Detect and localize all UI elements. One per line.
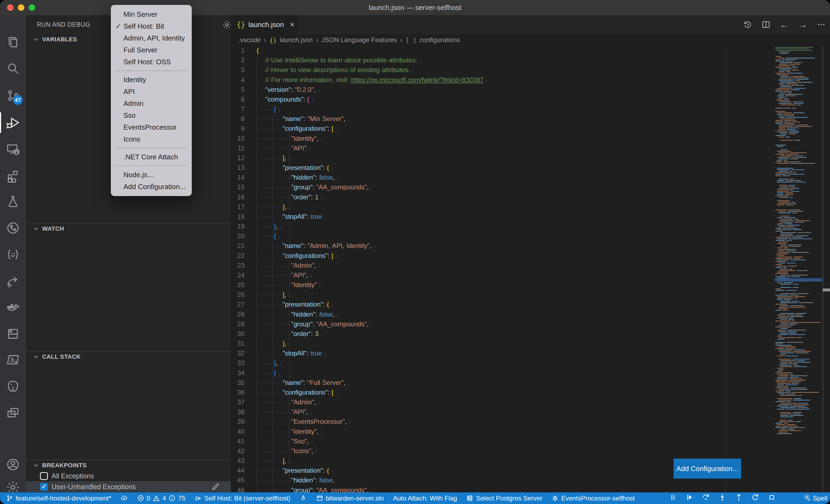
menu-item[interactable]: Admin	[111, 98, 192, 109]
code-line[interactable]: 36············"configurations":·[↓	[231, 388, 830, 398]
debug-settings-gear-icon[interactable]	[222, 20, 232, 30]
code-line[interactable]: 34········{↓	[231, 368, 830, 378]
activity-item-extensions-icon[interactable]	[0, 164, 26, 188]
checkbox-checked[interactable]: ✓	[40, 483, 48, 491]
breadcrumb-item[interactable]: .vscode	[238, 36, 261, 44]
code-line[interactable]: 16················"order":·1↓	[231, 192, 830, 202]
code-line[interactable]: 37················"Admin",↓	[231, 397, 830, 407]
menu-item[interactable]: Sso	[111, 109, 192, 121]
activity-item-panels-icon[interactable]	[0, 401, 26, 425]
code-line[interactable]: 18············"stopAll":·true↓	[231, 212, 830, 222]
call-stack-section-header[interactable]: CALL STACK	[26, 351, 231, 362]
menu-item[interactable]: API	[111, 86, 192, 98]
watch-section-header[interactable]: WATCH	[26, 223, 231, 234]
code-line[interactable]: 17············},↓	[231, 202, 830, 212]
code-line[interactable]: 38················"API",↓	[231, 407, 830, 417]
debug-control-step-out-icon[interactable]	[735, 493, 743, 503]
code-line[interactable]: 12············],↓	[231, 153, 830, 163]
navigate-forward-icon[interactable]: →	[798, 20, 808, 30]
code-line[interactable]: 39················"EventsProcessor",↓	[231, 417, 830, 427]
status-item-postgres-picker[interactable]: Select Postgres Server	[466, 495, 542, 502]
minimap[interactable]	[775, 46, 823, 448]
code-line[interactable]: 19········},↓	[231, 222, 830, 232]
breadcrumb-item[interactable]: JSON Language Features	[321, 36, 397, 44]
status-item-solution-picker[interactable]: bitwarden-server.sln	[316, 495, 384, 502]
activity-item-git-graph-icon[interactable]	[0, 216, 26, 240]
activity-item-remote-icon[interactable]	[0, 137, 26, 161]
code-line[interactable]: 8············"name":·"Min·Server",↓	[231, 114, 830, 124]
menu-item[interactable]: Self Host: OSS	[111, 56, 192, 68]
code-line[interactable]: 31············},↓	[231, 339, 830, 349]
code-line[interactable]: 10················"Identity",↓	[231, 134, 830, 144]
tab-launch-json[interactable]: {} launch.json ×	[231, 15, 298, 34]
editor-more-actions-icon[interactable]	[816, 20, 826, 30]
code-line[interactable]: 21············"name":·"Admin,·API,·Ident…	[231, 241, 830, 251]
code-line[interactable]: 30················"order":·3↓	[231, 329, 830, 339]
menu-item[interactable]: Add Configuration...	[111, 181, 192, 193]
activity-item-docker-icon[interactable]	[0, 296, 26, 319]
status-item-flame-status[interactable]	[300, 495, 307, 502]
menu-item[interactable]: .NET Core Attach	[111, 151, 192, 163]
code-line[interactable]: 25················"Identity"↓	[231, 280, 830, 290]
breakpoint-row[interactable]: All Exceptions	[26, 471, 231, 481]
checkbox-unchecked[interactable]	[40, 472, 48, 480]
code-line[interactable]: 2····//·Use·IntelliSense·to·learn·about·…	[231, 55, 830, 65]
breakpoint-row[interactable]: ✓User-Unhandled Exceptions	[26, 481, 231, 492]
status-item-problems[interactable]: 0475	[137, 495, 185, 502]
menu-item[interactable]: Min Server	[111, 8, 192, 20]
breakpoints-section-header[interactable]: BREAKPOINTS	[26, 460, 231, 471]
debug-control-continue-icon[interactable]	[685, 493, 694, 503]
menu-item[interactable]: EventsProcessor	[111, 121, 192, 133]
code-line[interactable]: 46················"group":·"AA_compounds…	[231, 485, 830, 493]
code-line[interactable]: 23················"Admin",↓	[231, 261, 830, 271]
spell-checker-status[interactable]: Spell	[803, 494, 827, 503]
code-line[interactable]: 33········},↓	[231, 358, 830, 368]
code-line[interactable]: 6····"compounds":·[↓	[231, 95, 830, 104]
close-tab-icon[interactable]: ×	[290, 20, 295, 29]
code-line[interactable]: 13············"presentation":·{↓	[231, 163, 830, 173]
debug-control-stop-icon[interactable]	[768, 493, 776, 503]
breadcrumb-item[interactable]: launch.json	[280, 36, 313, 44]
activity-item-live-share-icon[interactable]	[0, 269, 26, 293]
status-item-branch-status[interactable]: feature/self-hosted-development*	[6, 495, 111, 502]
debug-control-pause-icon[interactable]	[669, 493, 677, 503]
activity-item-source-control-icon[interactable]: 47	[0, 84, 26, 107]
status-item-active-debug-config[interactable]: Self Host: Bit (server-selfhost)	[195, 495, 290, 502]
code-line[interactable]: 41················"Sso",↓	[231, 436, 830, 446]
debug-control-step-into-icon[interactable]	[718, 493, 727, 503]
menu-item[interactable]: Identity	[111, 74, 192, 86]
code-editor[interactable]: 1{↓2····//·Use·IntelliSense·to·learn·abo…	[231, 46, 830, 493]
menu-item[interactable]: Admin, API, Identity	[111, 32, 192, 44]
activity-item-debug-icon[interactable]	[0, 111, 26, 135]
code-line[interactable]: 35············"name":·"Full·Server",↓	[231, 378, 830, 388]
add-configuration-button[interactable]: Add Configuration...	[674, 459, 741, 479]
code-line[interactable]: 40················"Identity",↓	[231, 427, 830, 437]
menu-item[interactable]: Icons	[111, 133, 192, 145]
code-line[interactable]: 11················"API"↓	[231, 143, 830, 154]
code-line[interactable]: 4····//·For·more·information,·visit:·htt…	[231, 75, 830, 85]
menu-item[interactable]: Full Server	[111, 44, 192, 56]
code-line[interactable]: 7········{↓	[231, 104, 830, 114]
activity-item-powershell-icon[interactable]	[0, 348, 26, 372]
breadcrumb[interactable]: .vscode›{}launch.json›JSON Language Feat…	[231, 34, 830, 46]
navigate-back-icon[interactable]: ←	[779, 20, 790, 30]
code-line[interactable]: 15················"group":·"AA_compounds…	[231, 182, 830, 192]
activity-item-search-icon[interactable]	[0, 57, 26, 80]
code-line[interactable]: 5····"version":·"0.2.0",↓	[231, 85, 830, 95]
status-item-auto-attach[interactable]: Auto Attach: With Flag	[393, 495, 457, 502]
code-line[interactable]: 22············"configurations":·[↓	[231, 251, 830, 261]
code-line[interactable]: 42················"Icons",↓	[231, 446, 830, 456]
code-line[interactable]: 29················"group":·"AA_compounds…	[231, 319, 830, 329]
status-item-sync-changes[interactable]	[121, 495, 128, 502]
edit-pencil-icon[interactable]	[211, 482, 220, 491]
activity-item-files-icon[interactable]	[0, 30, 26, 54]
debug-control-step-over-icon[interactable]	[702, 493, 710, 503]
code-line[interactable]: 9············"configurations":·[↓	[231, 124, 830, 134]
code-line[interactable]: 24················"API",↓	[231, 270, 830, 280]
code-line[interactable]: 20········{↓	[231, 231, 830, 241]
activity-item-braces-face-icon[interactable]	[0, 242, 26, 266]
code-line[interactable]: 26············],↓	[231, 290, 830, 300]
menu-item[interactable]: Node.js...	[111, 169, 192, 181]
status-item-events-processor[interactable]: EventsProcessor-selfhost	[551, 495, 635, 502]
timeline-history-icon[interactable]	[742, 20, 753, 30]
